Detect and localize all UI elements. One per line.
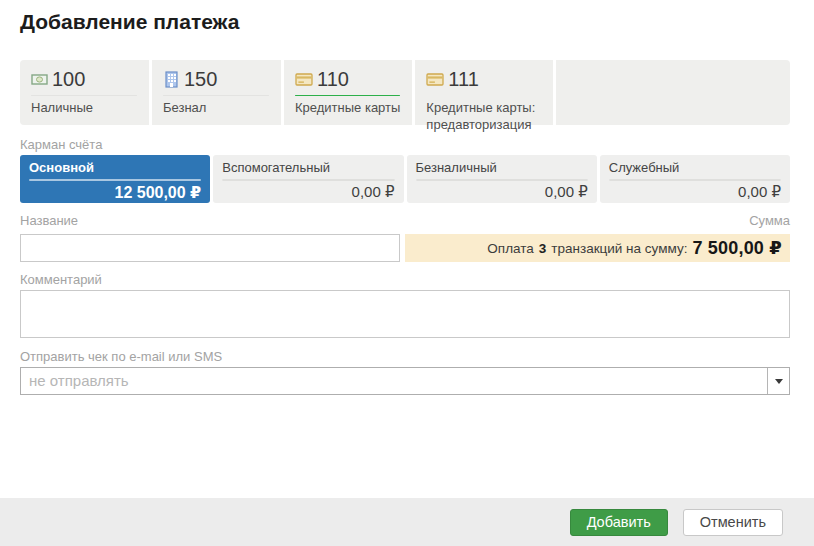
tab-strip-filler	[556, 60, 790, 125]
chevron-down-icon	[775, 379, 783, 384]
pocket-main[interactable]: Основной 12 500,00 ₽	[20, 155, 210, 203]
comment-label: Комментарий	[20, 272, 790, 287]
sum-middle-text: транзакций на сумму:	[551, 241, 687, 256]
pocket-bar	[29, 179, 201, 181]
pockets-label: Карман счёта	[20, 137, 790, 152]
building-icon	[163, 71, 180, 88]
pockets-row: Основной 12 500,00 ₽ Вспомогательный 0,0…	[20, 155, 790, 203]
payment-type-code: 111	[448, 69, 478, 89]
pocket-amount: 0,00 ₽	[609, 183, 781, 201]
page-title: Добавление платежа	[20, 10, 790, 34]
pocket-bar	[222, 179, 394, 181]
payment-type-code: 100	[52, 69, 85, 89]
credit-card-icon	[295, 71, 313, 88]
payment-type-tab-cashless[interactable]: 150 Безнал	[152, 60, 281, 125]
payment-type-head: 100	[31, 69, 137, 89]
receipt-selected-value: не отправлять	[21, 368, 767, 394]
name-label: Название	[20, 213, 78, 228]
payment-type-label: Кредитные карты: предавторизация	[426, 100, 541, 134]
pocket-bar	[416, 179, 588, 181]
add-payment-dialog: Добавление платежа 100 Наличные	[0, 0, 814, 395]
sum-transaction-count: 3	[539, 241, 547, 256]
dialog-footer: Добавить Отменить	[0, 498, 814, 546]
pocket-service[interactable]: Служебный 0,00 ₽	[600, 155, 790, 203]
payment-type-head: 150	[163, 69, 269, 89]
credit-card-icon	[426, 71, 444, 88]
receipt-select[interactable]: не отправлять	[20, 367, 790, 395]
payment-type-code: 110	[317, 69, 349, 89]
payment-type-code: 150	[184, 69, 217, 89]
payment-type-tabs: 100 Наличные 15	[20, 60, 790, 125]
pocket-name: Вспомогательный	[222, 160, 394, 176]
pocket-bar	[609, 179, 781, 181]
cash-icon	[31, 71, 48, 88]
pocket-name: Служебный	[609, 160, 781, 176]
sum-prefix: Оплата	[487, 241, 533, 256]
payment-type-tab-credit-cards[interactable]: 110 Кредитные карты	[284, 60, 412, 125]
receipt-label: Отправить чек по e-mail или SMS	[20, 349, 790, 364]
pocket-amount: 0,00 ₽	[416, 183, 588, 201]
pocket-cashless[interactable]: Безналичный 0,00 ₽	[407, 155, 597, 203]
name-input[interactable]	[20, 234, 400, 262]
payment-type-tab-cash[interactable]: 100 Наличные	[20, 60, 149, 125]
sum-box: Оплата 3 транзакций на сумму: 7 500,00 ₽	[405, 234, 790, 262]
payment-type-label: Безнал	[163, 100, 269, 117]
payment-type-head: 110	[295, 69, 400, 89]
select-arrow-button[interactable]	[767, 368, 789, 394]
pocket-amount: 0,00 ₽	[222, 183, 394, 201]
sum-amount: 7 500,00 ₽	[692, 237, 782, 259]
payment-type-label: Кредитные карты	[295, 100, 400, 117]
pocket-auxiliary[interactable]: Вспомогательный 0,00 ₽	[213, 155, 403, 203]
cancel-button[interactable]: Отменить	[683, 509, 783, 536]
sum-label: Сумма	[749, 213, 790, 228]
payment-type-head: 111	[426, 69, 541, 89]
pocket-amount: 12 500,00 ₽	[29, 183, 201, 202]
pocket-name: Безналичный	[416, 160, 588, 176]
payment-type-tab-preauth[interactable]: 111 Кредитные карты: предавторизация	[415, 60, 553, 125]
payment-type-label: Наличные	[31, 100, 137, 117]
comment-textarea[interactable]	[20, 290, 790, 338]
pocket-name: Основной	[29, 160, 201, 176]
add-button[interactable]: Добавить	[570, 509, 668, 536]
